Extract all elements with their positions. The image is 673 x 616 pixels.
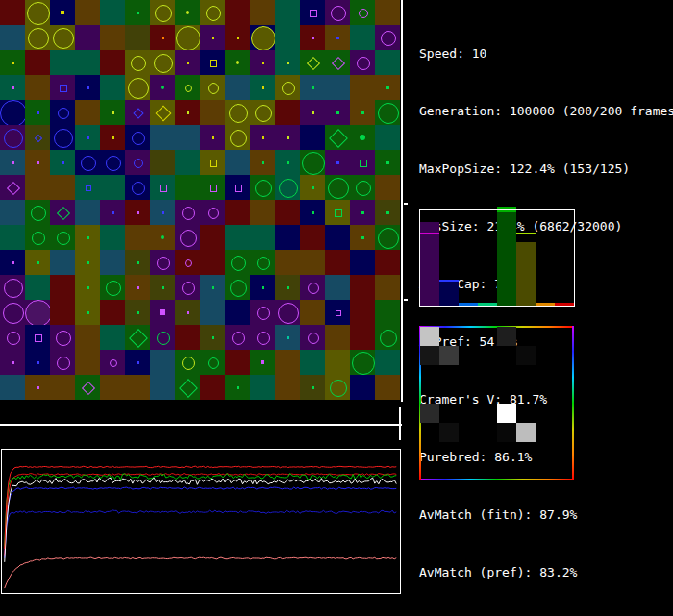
creature-dot-marker — [310, 10, 317, 17]
creature-dot-marker — [12, 361, 14, 364]
grid-cell — [25, 75, 50, 100]
creature-dot-marker — [262, 161, 264, 164]
creature-circle-marker — [3, 303, 24, 324]
creature-dot-marker — [87, 261, 89, 264]
creature-dot-marker — [37, 161, 39, 164]
creature-dot-marker — [37, 361, 39, 364]
creature-circle-marker — [57, 357, 70, 370]
grid-cell — [100, 325, 125, 350]
creature-circle-marker — [231, 256, 246, 271]
world-grid[interactable] — [0, 0, 400, 400]
grid-cell — [300, 300, 325, 325]
creature-circle-marker — [357, 57, 370, 70]
grid-cell — [375, 0, 400, 25]
creature-circle-marker — [132, 132, 145, 145]
creature-dot-marker — [212, 286, 214, 289]
creature-dot-marker — [87, 311, 89, 314]
frame-progress-track[interactable] — [0, 424, 402, 426]
grid-cell — [200, 225, 225, 250]
creature-dot-marker — [37, 386, 39, 389]
simulation-window: Speed: 10 Generation: 100000 (200/200 fr… — [0, 0, 673, 616]
preference-marker-line — [420, 233, 439, 234]
grid-cell — [375, 125, 400, 150]
stat-speed: Speed: 10 — [419, 44, 673, 63]
creature-circle-marker — [32, 232, 45, 245]
creature-dot-marker — [112, 211, 114, 214]
grid-cell — [150, 375, 175, 400]
grid-cell — [100, 175, 125, 200]
preference-marker-line — [516, 233, 536, 234]
creature-circle-marker — [257, 332, 270, 345]
grid-cell — [375, 175, 400, 200]
grid-cell — [200, 300, 225, 325]
stat-avmatch-fitn: AvMatch (fitn): 87.9% — [419, 505, 673, 525]
creature-circle-marker — [25, 300, 52, 327]
grid-cell — [275, 0, 300, 25]
grid-cell — [125, 375, 150, 400]
grid-cell — [325, 325, 350, 350]
heatmap-cell — [420, 346, 439, 365]
heatmap-cell — [516, 346, 536, 365]
grid-cell — [100, 375, 125, 400]
creature-dot-marker — [287, 136, 289, 139]
creature-dot-marker — [237, 37, 239, 39]
grid-cell — [0, 25, 25, 50]
creature-circle-marker — [278, 303, 299, 324]
creature-circle-marker — [208, 208, 219, 219]
creature-circle-marker — [27, 2, 50, 25]
grid-cell — [350, 250, 375, 275]
creature-circle-marker — [58, 108, 69, 119]
creature-dot-marker — [162, 286, 164, 289]
grid-cell — [350, 25, 375, 50]
axis-color-strip — [555, 303, 574, 306]
creature-circle-marker — [54, 129, 73, 148]
creature-circle-marker — [251, 26, 276, 51]
population-bar-chart: m f — [419, 209, 575, 307]
creature-circle-marker — [282, 82, 295, 95]
grid-cell — [375, 275, 400, 300]
creature-dot-marker — [361, 111, 364, 114]
red-lower-line — [5, 473, 397, 555]
stats-panel: Speed: 10 Generation: 100000 (200/200 fr… — [419, 6, 673, 616]
creature-circle-marker — [308, 283, 319, 294]
salmon-line — [5, 557, 397, 588]
grid-cell — [225, 200, 250, 225]
creature-circle-marker — [378, 103, 399, 124]
creature-dot-marker — [212, 136, 214, 139]
creature-dot-marker — [361, 211, 364, 214]
grid-cell — [375, 300, 400, 325]
frame-progress-marker[interactable] — [399, 407, 401, 440]
creature-circle-marker — [230, 280, 247, 297]
creature-dot-marker — [212, 37, 214, 39]
grid-cell — [275, 350, 300, 375]
creature-dot-marker — [137, 361, 139, 364]
creature-circle-marker — [106, 281, 121, 296]
creature-dot-marker — [335, 209, 342, 217]
creature-dot-marker — [137, 311, 139, 314]
grid-cell — [375, 250, 400, 275]
grid-cell — [275, 250, 300, 275]
creature-dot-marker — [312, 386, 314, 389]
grid-cell — [250, 225, 275, 250]
grid-cell — [25, 275, 50, 300]
stat-maxpopsize: MaxPopSize: 122.4% (153/125) — [419, 160, 673, 179]
creature-dot-marker — [112, 136, 114, 139]
creature-dot-marker — [336, 161, 339, 164]
grid-cell — [100, 50, 125, 75]
scale-tick — [404, 299, 408, 301]
population-scale-line — [401, 0, 403, 402]
grid-cell — [225, 225, 250, 250]
creature-circle-marker — [106, 156, 121, 171]
grid-cell — [175, 125, 200, 150]
grid-cell — [250, 375, 275, 400]
grid-cell — [100, 25, 125, 50]
grid-cell — [200, 375, 225, 400]
heatmap-cell — [497, 423, 516, 442]
creature-circle-marker — [186, 11, 189, 14]
creature-dot-marker — [61, 11, 64, 14]
grid-cell — [50, 375, 75, 400]
creature-circle-marker — [131, 56, 146, 71]
green-line — [5, 474, 397, 547]
creature-circle-marker — [81, 156, 96, 171]
creature-dot-marker — [336, 310, 341, 316]
